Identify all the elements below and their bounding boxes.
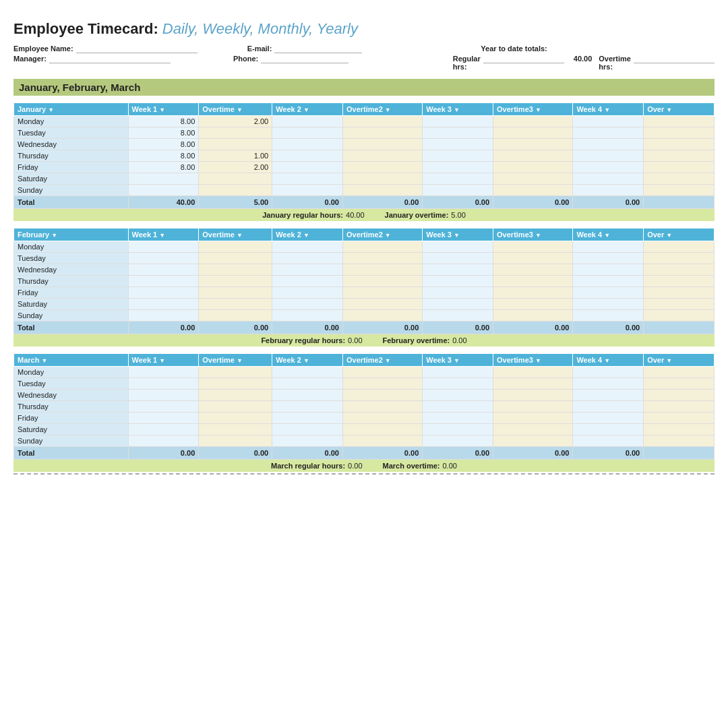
cell-ot3[interactable] bbox=[493, 401, 573, 413]
cell-w2[interactable] bbox=[272, 413, 343, 424]
cell-w1[interactable]: 8.00 bbox=[128, 150, 199, 162]
cell-w1[interactable] bbox=[128, 424, 199, 435]
cell-w3[interactable] bbox=[423, 116, 493, 127]
cell-ot3[interactable] bbox=[493, 116, 573, 127]
cell-w3[interactable] bbox=[423, 150, 493, 162]
col-header-overtime2[interactable]: Overtime2 ▼ bbox=[342, 103, 422, 116]
cell-w1[interactable]: 8.00 bbox=[128, 127, 199, 139]
cell-ot2[interactable] bbox=[342, 435, 422, 447]
col-header-week-4[interactable]: Week 4 ▼ bbox=[573, 354, 644, 367]
cell-ot2[interactable] bbox=[342, 264, 422, 276]
cell-w1[interactable] bbox=[128, 310, 199, 322]
col-header-week-1[interactable]: Week 1 ▼ bbox=[128, 229, 199, 241]
cell-ot4[interactable] bbox=[644, 173, 715, 185]
cell-w3[interactable] bbox=[423, 435, 493, 447]
col-header-over[interactable]: Over ▼ bbox=[644, 354, 715, 367]
cell-ot1[interactable]: 1.00 bbox=[199, 150, 272, 162]
cell-ot2[interactable] bbox=[342, 253, 422, 264]
cell-ot3[interactable] bbox=[493, 139, 573, 150]
cell-ot3[interactable] bbox=[493, 185, 573, 196]
cell-ot2[interactable] bbox=[342, 162, 422, 173]
cell-ot3[interactable] bbox=[493, 241, 573, 253]
cell-w3[interactable] bbox=[423, 173, 493, 185]
cell-w1[interactable]: 8.00 bbox=[128, 139, 199, 150]
cell-ot3[interactable] bbox=[493, 264, 573, 276]
cell-ot4[interactable] bbox=[644, 116, 715, 127]
cell-ot3[interactable] bbox=[493, 276, 573, 287]
cell-ot1[interactable] bbox=[199, 413, 272, 424]
cell-w4[interactable] bbox=[573, 310, 644, 322]
cell-ot1[interactable] bbox=[199, 139, 272, 150]
cell-ot4[interactable] bbox=[644, 378, 715, 390]
cell-w2[interactable] bbox=[272, 127, 343, 139]
cell-w4[interactable] bbox=[573, 173, 644, 185]
cell-w2[interactable] bbox=[272, 299, 343, 310]
cell-ot2[interactable] bbox=[342, 173, 422, 185]
cell-w4[interactable] bbox=[573, 162, 644, 173]
cell-w4[interactable] bbox=[573, 413, 644, 424]
cell-w3[interactable] bbox=[423, 367, 493, 378]
cell-w2[interactable] bbox=[272, 162, 343, 173]
col-header-overtime[interactable]: Overtime ▼ bbox=[199, 103, 272, 116]
col-header-week-2[interactable]: Week 2 ▼ bbox=[272, 103, 343, 116]
cell-w3[interactable] bbox=[423, 299, 493, 310]
cell-ot1[interactable] bbox=[199, 276, 272, 287]
cell-w4[interactable] bbox=[573, 435, 644, 447]
cell-ot3[interactable] bbox=[493, 150, 573, 162]
cell-ot2[interactable] bbox=[342, 287, 422, 299]
cell-w3[interactable] bbox=[423, 401, 493, 413]
cell-w1[interactable] bbox=[128, 185, 199, 196]
cell-w1[interactable] bbox=[128, 390, 199, 401]
cell-ot2[interactable] bbox=[342, 390, 422, 401]
cell-ot1[interactable] bbox=[199, 435, 272, 447]
cell-w4[interactable] bbox=[573, 127, 644, 139]
col-header-week-3[interactable]: Week 3 ▼ bbox=[423, 229, 493, 241]
cell-ot1[interactable] bbox=[199, 390, 272, 401]
cell-ot3[interactable] bbox=[493, 367, 573, 378]
cell-w1[interactable] bbox=[128, 253, 199, 264]
cell-ot2[interactable] bbox=[342, 241, 422, 253]
cell-ot2[interactable] bbox=[342, 401, 422, 413]
cell-w2[interactable] bbox=[272, 435, 343, 447]
cell-w4[interactable] bbox=[573, 378, 644, 390]
cell-ot2[interactable] bbox=[342, 150, 422, 162]
cell-w2[interactable] bbox=[272, 390, 343, 401]
col-header-overtime[interactable]: Overtime ▼ bbox=[199, 229, 272, 241]
cell-ot3[interactable] bbox=[493, 424, 573, 435]
cell-ot3[interactable] bbox=[493, 390, 573, 401]
cell-w1[interactable] bbox=[128, 401, 199, 413]
col-header-week-3[interactable]: Week 3 ▼ bbox=[423, 354, 493, 367]
cell-w4[interactable] bbox=[573, 253, 644, 264]
cell-ot4[interactable] bbox=[644, 264, 715, 276]
cell-w2[interactable] bbox=[272, 287, 343, 299]
col-header-week-2[interactable]: Week 2 ▼ bbox=[272, 354, 343, 367]
cell-w4[interactable] bbox=[573, 367, 644, 378]
cell-ot3[interactable] bbox=[493, 173, 573, 185]
cell-ot1[interactable]: 2.00 bbox=[199, 162, 272, 173]
cell-ot2[interactable] bbox=[342, 276, 422, 287]
cell-ot4[interactable] bbox=[644, 367, 715, 378]
cell-w4[interactable] bbox=[573, 424, 644, 435]
col-header-over[interactable]: Over ▼ bbox=[644, 229, 715, 241]
col-header-overtime3[interactable]: Overtime3 ▼ bbox=[493, 354, 573, 367]
cell-w1[interactable] bbox=[128, 287, 199, 299]
cell-ot4[interactable] bbox=[644, 185, 715, 196]
cell-w3[interactable] bbox=[423, 127, 493, 139]
cell-w3[interactable] bbox=[423, 241, 493, 253]
cell-w2[interactable] bbox=[272, 310, 343, 322]
cell-ot4[interactable] bbox=[644, 162, 715, 173]
cell-w1[interactable] bbox=[128, 378, 199, 390]
cell-ot1[interactable] bbox=[199, 299, 272, 310]
cell-ot4[interactable] bbox=[644, 253, 715, 264]
cell-w2[interactable] bbox=[272, 185, 343, 196]
cell-ot3[interactable] bbox=[493, 287, 573, 299]
cell-w4[interactable] bbox=[573, 390, 644, 401]
cell-ot1[interactable] bbox=[199, 173, 272, 185]
cell-ot1[interactable] bbox=[199, 253, 272, 264]
cell-ot4[interactable] bbox=[644, 287, 715, 299]
cell-w2[interactable] bbox=[272, 139, 343, 150]
cell-w4[interactable] bbox=[573, 150, 644, 162]
cell-ot4[interactable] bbox=[644, 390, 715, 401]
cell-ot1[interactable]: 2.00 bbox=[199, 116, 272, 127]
cell-ot1[interactable] bbox=[199, 378, 272, 390]
